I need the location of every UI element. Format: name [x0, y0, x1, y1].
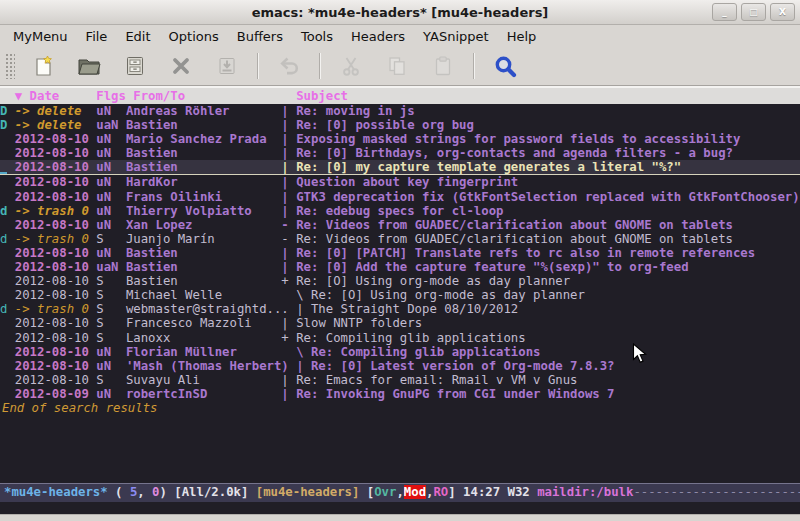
message-flags: uaN: [96, 118, 126, 132]
message-from: robertcInSD: [126, 387, 281, 401]
message-row[interactable]: 2012-08-10 uN Bastien | Re: [0] my captu…: [0, 160, 800, 175]
message-row[interactable]: 2012-08-10 S Suvayu Ali | Re: Emacs for …: [0, 373, 800, 387]
message-date: 2012-08-10: [15, 190, 96, 204]
copy-icon: [379, 51, 415, 81]
minimize-button[interactable]: _: [712, 3, 737, 21]
message-flags: S: [96, 302, 126, 316]
mark-indicator: d: [0, 204, 15, 218]
message-flags: uN: [96, 132, 126, 146]
message-from: HardKor: [126, 175, 281, 189]
message-from: Bastien: [126, 160, 281, 174]
buffer-empty-area[interactable]: [0, 415, 800, 483]
message-row[interactable]: 2012-08-10 uN 'Mash (Thomas Herbert) | R…: [0, 359, 800, 373]
message-date: 2012-08-10: [15, 132, 96, 146]
thread-indicator: -: [281, 232, 296, 246]
message-subject: Re: Compiling glib applications: [296, 331, 526, 345]
message-row[interactable]: 2012-08-10 uN Bastien | Re: [0] [PATCH] …: [0, 246, 800, 260]
thread-indicator: |: [281, 316, 296, 330]
open-file-icon[interactable]: [71, 51, 107, 81]
message-row[interactable]: d -> trash 0 S Juanjo Marín - Re: Videos…: [0, 232, 800, 246]
modeline-segment-plain: ,: [137, 485, 152, 499]
toolbar-separator: [473, 53, 475, 79]
modeline-segment-dashes: ----------------------------------------…: [633, 485, 800, 499]
header-line[interactable]: ▼ Date Flgs From/To Subject: [0, 88, 800, 104]
close-buffer-icon[interactable]: [163, 51, 199, 81]
message-row[interactable]: d -> trash 0 uN Thierry Volpiatto | Re: …: [0, 204, 800, 218]
thread-indicator: |: [281, 373, 296, 387]
echo-area[interactable]: [0, 502, 800, 514]
message-flags: uN: [96, 204, 126, 218]
message-row[interactable]: 2012-08-10 S Francesco Mazzoli | Slow NN…: [0, 316, 800, 330]
message-subject: Re: Invoking GnuPG from CGI under Window…: [296, 387, 614, 401]
message-row[interactable]: d -> trash 0 S webmaster@straightd... | …: [0, 302, 800, 316]
message-row[interactable]: D -> delete uaN Bastien | Re: [0] possib…: [0, 118, 800, 132]
message-subject: Re: [0] Add the capture feature "%(sexp)…: [296, 260, 688, 274]
message-row[interactable]: 2012-08-10 S Lanoxx + Re: Compiling glib…: [0, 331, 800, 345]
search-icon[interactable]: [487, 51, 523, 81]
toolbar: [0, 47, 800, 86]
menu-item-edit[interactable]: Edit: [116, 27, 159, 46]
message-row[interactable]: 2012-08-09 uN robertcInSD | Re: Invoking…: [0, 387, 800, 401]
message-row[interactable]: D -> delete uN Andreas Röhler | Re: movi…: [0, 104, 800, 118]
message-date: 2012-08-10: [15, 246, 96, 260]
new-file-icon[interactable]: [25, 51, 61, 81]
close-button[interactable]: X: [770, 3, 795, 21]
message-row[interactable]: 2012-08-10 S Michael Welle \ Re: [O] Usi…: [0, 288, 800, 302]
thread-indicator: |: [281, 132, 296, 146]
message-subject: GTK3 deprecation fix (GtkFontSelection r…: [296, 190, 799, 204]
mode-line[interactable]: *mu4e-headers* ( 5, 0) [All/2.0k] [mu4e-…: [0, 483, 800, 502]
mark-indicator: [0, 331, 15, 345]
message-from: Thierry Volpiatto: [126, 204, 281, 218]
message-mark-action: -> delete: [15, 118, 96, 132]
message-row[interactable]: 2012-08-10 uN HardKor | Question about k…: [0, 175, 800, 189]
message-row[interactable]: 2012-08-10 uN Xan Lopez - Re: Videos fro…: [0, 218, 800, 232]
menu-item-yasnippet[interactable]: YASnippet: [414, 27, 498, 46]
window-buttons: _□X: [712, 3, 795, 21]
message-date: 2012-08-10: [15, 288, 96, 302]
menu-item-help[interactable]: Help: [498, 27, 546, 46]
thread-indicator: |: [281, 204, 296, 218]
message-flags: uN: [96, 246, 126, 260]
message-date: 2012-08-10: [15, 331, 96, 345]
thread-indicator: |: [281, 146, 296, 160]
mark-indicator: D: [0, 118, 15, 132]
modeline-segment-plain: 14:27 W32: [463, 485, 537, 499]
save-icon[interactable]: [117, 51, 153, 81]
message-subject: Re: edebug specs for cl-loop: [296, 204, 503, 218]
message-date: 2012-08-10: [15, 260, 96, 274]
mark-indicator: [0, 373, 15, 387]
message-subject: Re: [0] my capture template generates a …: [296, 160, 681, 174]
message-subject: The Straight Dope 08/10/2012: [311, 302, 518, 316]
message-from: Michael Welle: [126, 288, 281, 302]
message-mark-action: -> trash 0: [15, 204, 96, 218]
toolbar-separator: [319, 53, 321, 79]
menu-item-tools[interactable]: Tools: [292, 27, 342, 46]
message-mark-action: -> delete: [15, 104, 96, 118]
mark-indicator: [0, 260, 15, 274]
menu-item-options[interactable]: Options: [160, 27, 228, 46]
message-subject: Re: moving in js: [296, 104, 414, 118]
message-flags: S: [96, 373, 126, 387]
message-row[interactable]: 2012-08-10 uN Mario Sanchez Prada | Expo…: [0, 132, 800, 146]
maximize-button[interactable]: □: [741, 3, 766, 21]
toolbar-grip-handle[interactable]: [5, 53, 15, 79]
menu-item-headers[interactable]: Headers: [342, 27, 414, 46]
mark-indicator: [0, 387, 15, 401]
message-row[interactable]: 2012-08-10 uaN Bastien | Re: [0] Add the…: [0, 260, 800, 274]
message-subject: Re: Emacs for email: Rmail v VM v Gnus: [296, 373, 577, 387]
menu-item-file[interactable]: File: [77, 27, 117, 46]
message-from: webmaster@straightd...: [126, 302, 296, 316]
menu-item-mymenu[interactable]: MyMenu: [4, 27, 77, 46]
thread-indicator: |: [296, 359, 311, 373]
mark-indicator: [0, 274, 15, 288]
message-row[interactable]: 2012-08-10 uN Frans Oilinki | GTK3 depre…: [0, 190, 800, 204]
message-row[interactable]: 2012-08-10 S Bastien + Re: [O] Using org…: [0, 274, 800, 288]
message-row[interactable]: 2012-08-10 uN Florian Müllner \ Re: Comp…: [0, 345, 800, 359]
message-from: Mario Sanchez Prada: [126, 132, 281, 146]
modeline-segment-plain: ]: [448, 485, 463, 499]
mark-indicator: [0, 132, 15, 146]
message-row[interactable]: 2012-08-10 uN Bastien | Re: [0] Birthday…: [0, 146, 800, 160]
message-flags: S: [96, 274, 126, 288]
mark-indicator: [0, 345, 15, 359]
menu-item-buffers[interactable]: Buffers: [228, 27, 292, 46]
